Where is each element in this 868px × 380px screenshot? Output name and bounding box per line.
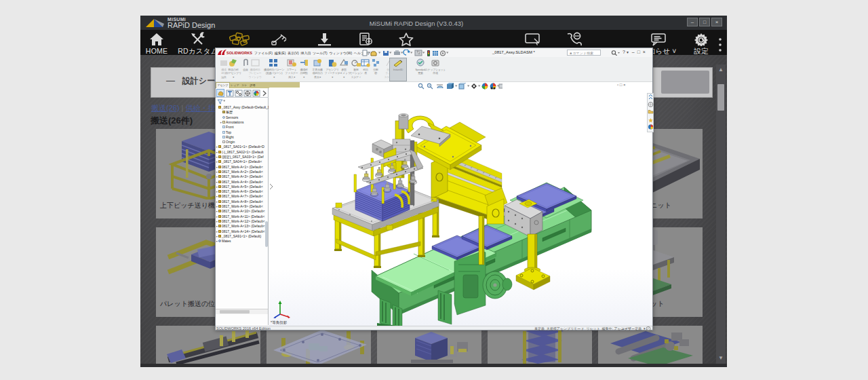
svg-text:SOLIDWORKS: SOLIDWORKS (226, 51, 252, 55)
